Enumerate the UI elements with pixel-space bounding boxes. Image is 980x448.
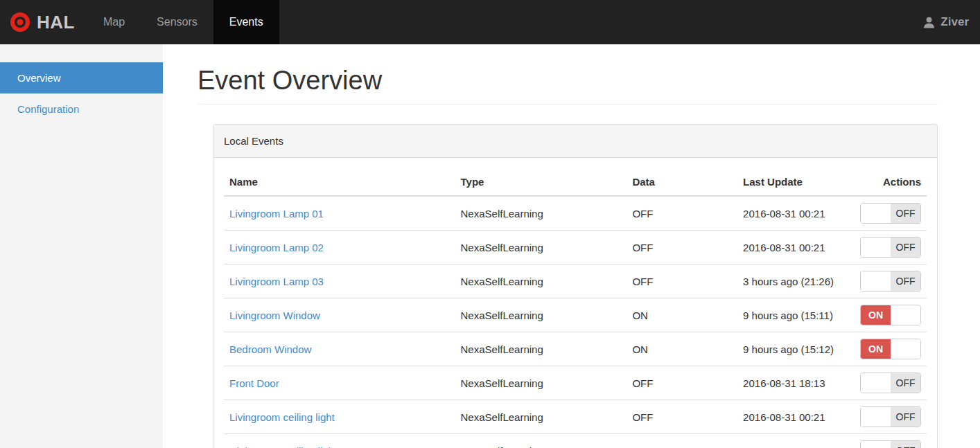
user-menu[interactable]: Ziver (911, 0, 980, 44)
table-row: Livingroom Lamp 02 NexaSelfLearning OFF … (224, 231, 927, 265)
col-header-data: Data (627, 168, 737, 196)
toggle-label: OFF (891, 238, 920, 257)
toggle-handle (861, 441, 891, 448)
table-row: Front Door NexaSelfLearning OFF 2016-08-… (224, 366, 927, 400)
brand-label: HAL (37, 12, 75, 33)
event-toggle-switch[interactable]: OFF (860, 406, 921, 427)
nav-item-map[interactable]: Map (87, 0, 141, 44)
username: Ziver (940, 15, 969, 29)
col-header-last-update: Last Update (737, 168, 855, 196)
event-data: OFF (627, 366, 737, 400)
event-name-link[interactable]: Bedroom Window (229, 343, 311, 355)
event-data: OFF (627, 400, 737, 434)
table-header-row: Name Type Data Last Update Actions (224, 168, 927, 196)
event-last-update: 9 hours ago (15:11) (737, 298, 855, 332)
table-row: Livingroom Lamp 01 NexaSelfLearning OFF … (224, 196, 927, 231)
event-name-link[interactable]: Livingroom ceiling light (229, 411, 335, 423)
toggle-label: OFF (891, 441, 920, 448)
event-last-update: 2016-08-31 00:21 (737, 196, 855, 231)
event-name-link[interactable]: Livingroom Window (229, 310, 320, 321)
event-name-link[interactable]: Diningroom ceiling light (229, 445, 337, 448)
event-name-link[interactable]: Livingroom Lamp 03 (229, 276, 324, 287)
toggle-handle (861, 238, 891, 257)
toggle-handle (891, 339, 920, 359)
toggle-label: OFF (891, 373, 920, 393)
event-data: OFF (627, 265, 737, 298)
toggle-label: ON (861, 305, 891, 325)
event-last-update: 2016-08-31 00:21 (737, 400, 855, 434)
event-data: ON (627, 332, 737, 366)
toggle-label: OFF (891, 271, 920, 291)
event-toggle-switch[interactable]: OFF (860, 373, 921, 393)
target-icon (10, 12, 30, 33)
table-row: Livingroom Lamp 03 NexaSelfLearning OFF … (224, 265, 927, 298)
toggle-label: OFF (891, 407, 920, 427)
col-header-actions: Actions (855, 168, 927, 196)
toggle-handle (861, 373, 891, 393)
panel-body: Name Type Data Last Update Actions Livin… (213, 158, 937, 448)
col-header-name: Name (224, 168, 455, 196)
main-nav: Map Sensors Events (87, 0, 279, 44)
event-last-update: 2016-08-31 00:21 (737, 231, 855, 265)
event-type: NexaSelfLearning (455, 298, 627, 332)
event-last-update: 2016-08-31 00:21 (737, 434, 855, 448)
event-type: NexaSelfLearning (455, 366, 627, 400)
toggle-handle (861, 204, 891, 223)
event-name-link[interactable]: Livingroom Lamp 02 (229, 242, 324, 253)
event-last-update: 3 hours ago (21:26) (737, 265, 855, 298)
events-table: Name Type Data Last Update Actions Livin… (224, 168, 927, 448)
event-last-update: 2016-08-31 18:13 (737, 366, 855, 400)
event-last-update: 9 hours ago (15:12) (737, 332, 855, 366)
event-type: NexaSelfLearning (455, 265, 627, 298)
event-toggle-switch[interactable]: ON (860, 305, 921, 325)
page-title: Event Overview (198, 66, 938, 105)
toggle-handle (891, 305, 920, 325)
event-type: NexaSelfLearning (455, 400, 627, 434)
person-icon (922, 15, 936, 30)
event-name-link[interactable]: Front Door (229, 377, 279, 389)
panel-heading: Local Events (213, 125, 937, 158)
col-header-type: Type (455, 168, 627, 196)
toggle-handle (861, 271, 891, 291)
event-toggle-switch[interactable]: OFF (860, 440, 921, 448)
event-toggle-switch[interactable]: OFF (860, 203, 921, 224)
sidebar-item-configuration[interactable]: Configuration (0, 93, 163, 125)
event-type: NexaSelfLearning (455, 332, 627, 366)
event-toggle-switch[interactable]: OFF (860, 237, 921, 258)
table-row: Diningroom ceiling light NexaSelfLearnin… (224, 434, 927, 448)
event-data: ON (627, 298, 737, 332)
main-content: Event Overview Local Events Name Type Da… (163, 44, 980, 448)
event-name-link[interactable]: Livingroom Lamp 01 (229, 208, 324, 219)
event-data: OFF (627, 196, 737, 231)
toggle-label: ON (861, 339, 891, 359)
toggle-label: OFF (891, 204, 920, 223)
event-type: NexaSelfLearning (455, 434, 627, 448)
event-toggle-switch[interactable]: ON (860, 339, 921, 359)
event-data: OFF (627, 231, 737, 265)
sidebar: Overview Configuration (0, 44, 163, 448)
table-row: Livingroom ceiling light NexaSelfLearnin… (224, 400, 927, 434)
table-row: Livingroom Window NexaSelfLearning ON 9 … (224, 298, 927, 332)
top-navbar: HAL Map Sensors Events Ziver (0, 0, 980, 44)
nav-item-sensors[interactable]: Sensors (141, 0, 213, 44)
local-events-panel: Local Events Name Type Data Last Update … (213, 124, 938, 448)
event-type: NexaSelfLearning (455, 231, 627, 265)
table-row: Bedroom Window NexaSelfLearning ON 9 hou… (224, 332, 927, 366)
events-table-body: Livingroom Lamp 01 NexaSelfLearning OFF … (224, 196, 927, 448)
event-toggle-switch[interactable]: OFF (860, 271, 921, 292)
app-root: HAL Map Sensors Events Ziver Overview Co… (0, 0, 980, 448)
toggle-handle (861, 407, 891, 427)
event-data: OFF (627, 434, 737, 448)
nav-item-events[interactable]: Events (213, 0, 279, 44)
brand[interactable]: HAL (0, 0, 87, 44)
event-type: NexaSelfLearning (455, 196, 627, 231)
sidebar-item-overview[interactable]: Overview (0, 62, 163, 93)
